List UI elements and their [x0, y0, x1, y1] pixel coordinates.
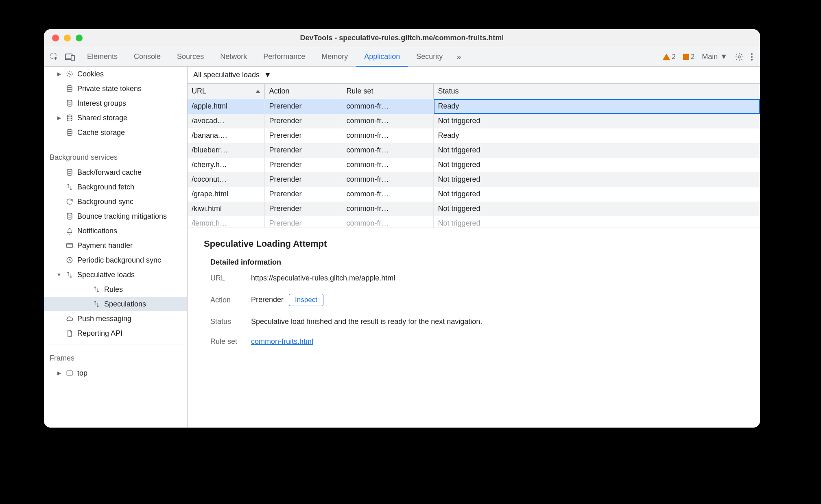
cell-url: /apple.html [188, 99, 265, 114]
sidebar-item-shared-storage[interactable]: ▶Shared storage [44, 111, 187, 125]
tab-security[interactable]: Security [408, 47, 451, 66]
cell-ruleset: common-fr… [342, 114, 434, 128]
device-toolbar-icon[interactable] [65, 52, 75, 62]
cell-action: Prerender [265, 216, 342, 228]
tab-network[interactable]: Network [212, 47, 255, 66]
table-row[interactable]: /blueberr…Prerendercommon-fr…Not trigger… [188, 143, 760, 158]
column-header-status[interactable]: Status [434, 84, 760, 99]
tab-console[interactable]: Console [126, 47, 169, 66]
sidebar-item-background-sync[interactable]: Background sync [44, 194, 187, 209]
table-row[interactable]: /avocad…Prerendercommon-fr…Not triggered [188, 114, 760, 128]
column-header-url[interactable]: URL [188, 84, 265, 99]
table-row[interactable]: /apple.htmlPrerendercommon-fr…Ready [188, 99, 760, 114]
cell-status: Not triggered [434, 158, 760, 172]
chevron-right-icon: ▶ [56, 115, 62, 121]
speculations-table: URLActionRule setStatus /apple.htmlPrere… [188, 84, 760, 228]
tab-memory[interactable]: Memory [313, 47, 356, 66]
sidebar-item-speculative-loads[interactable]: ▼Speculative loads [44, 267, 187, 282]
devtools-window: DevTools - speculative-rules.glitch.me/c… [44, 29, 760, 428]
tab-performance[interactable]: Performance [255, 47, 313, 66]
close-window-button[interactable] [52, 35, 59, 41]
cell-ruleset: common-fr… [342, 99, 434, 114]
sidebar-item-private-state-tokens[interactable]: Private state tokens [44, 81, 187, 96]
svg-rect-13 [67, 243, 73, 248]
cell-action: Prerender [265, 114, 342, 128]
sidebar-item-push-messaging[interactable]: Push messaging [44, 311, 187, 326]
sidebar-item-label: Cookies [77, 70, 104, 78]
warnings-badge[interactable]: 2 [663, 53, 675, 61]
table-row[interactable]: /kiwi.htmlPrerendercommon-fr…Not trigger… [188, 202, 760, 216]
cell-ruleset: common-fr… [342, 128, 434, 143]
sidebar-item-background-fetch[interactable]: Background fetch [44, 180, 187, 194]
sidebar-item-interest-groups[interactable]: Interest groups [44, 96, 187, 111]
sidebar-item-label: Speculative loads [77, 271, 135, 279]
cell-action: Prerender [265, 202, 342, 216]
tab-elements[interactable]: Elements [79, 47, 126, 66]
sidebar-item-top[interactable]: ▶top [44, 366, 187, 380]
cell-ruleset: common-fr… [342, 143, 434, 158]
db-icon [65, 113, 74, 122]
cell-url: /coconut… [188, 172, 265, 187]
sidebar-item-bounce-tracking-mitigations[interactable]: Bounce tracking mitigations [44, 209, 187, 224]
svg-point-10 [67, 130, 72, 132]
sync-icon [65, 197, 74, 206]
table-row[interactable]: /coconut…Prerendercommon-fr…Not triggere… [188, 172, 760, 187]
minimize-window-button[interactable] [64, 35, 71, 41]
cell-action: Prerender [265, 158, 342, 172]
more-options-button[interactable] [751, 53, 753, 61]
clock-icon [65, 256, 74, 265]
sidebar-heading-frames: Frames [44, 349, 187, 366]
cell-ruleset: common-fr… [342, 216, 434, 228]
detail-url-value: https://speculative-rules.glitch.me/appl… [251, 274, 395, 282]
cell-status: Not triggered [434, 187, 760, 202]
cell-status: Not triggered [434, 202, 760, 216]
detail-panel: Speculative Loading Attempt Detailed inf… [188, 228, 760, 428]
sidebar-item-notifications[interactable]: Notifications [44, 224, 187, 238]
sidebar-item-reporting-api[interactable]: Reporting API [44, 326, 187, 341]
settings-button[interactable] [735, 52, 744, 61]
target-selector[interactable]: Main ▼ [702, 52, 727, 61]
cell-ruleset: common-fr… [342, 172, 434, 187]
detail-action-label: Action [210, 296, 243, 304]
cell-status: Not triggered [434, 143, 760, 158]
inspect-button[interactable]: Inspect [289, 294, 323, 306]
table-row[interactable]: /grape.htmlPrerendercommon-fr…Not trigge… [188, 187, 760, 202]
sidebar-item-label: Shared storage [77, 114, 127, 122]
sidebar-item-cache-storage[interactable]: Cache storage [44, 125, 187, 140]
tab-sources[interactable]: Sources [169, 47, 212, 66]
inspect-element-icon[interactable] [50, 52, 59, 62]
sidebar-item-periodic-background-sync[interactable]: Periodic background sync [44, 253, 187, 267]
filter-dropdown[interactable]: All speculative loads ▼ [193, 71, 271, 79]
sidebar-item-label: Background fetch [77, 183, 134, 191]
table-row[interactable]: /banana.…Prerendercommon-fr…Ready [188, 128, 760, 143]
sidebar-item-back-forward-cache[interactable]: Back/forward cache [44, 165, 187, 180]
zoom-window-button[interactable] [76, 35, 83, 41]
sidebar-item-label: Background sync [77, 198, 133, 206]
issues-icon [683, 54, 689, 60]
sidebar-item-cookies[interactable]: ▶Cookies [44, 67, 187, 81]
overflow-tabs-button[interactable]: » [451, 52, 461, 61]
detail-ruleset-link[interactable]: common-fruits.html [251, 337, 313, 345]
tab-application[interactable]: Application [356, 47, 408, 67]
cell-url: /blueberr… [188, 143, 265, 158]
sidebar-item-speculations[interactable]: Speculations [44, 297, 187, 311]
table-row[interactable]: /lemon.h…Prerendercommon-fr…Not triggere… [188, 216, 760, 228]
column-header-rule-set[interactable]: Rule set [342, 84, 434, 99]
sidebar-item-label: top [77, 369, 87, 378]
cell-status: Ready [434, 128, 760, 143]
detail-heading: Speculative Loading Attempt [204, 239, 744, 249]
issues-count: 2 [691, 53, 694, 61]
sidebar-item-label: Bounce tracking mitigations [77, 212, 167, 221]
issues-badge[interactable]: 2 [683, 53, 694, 61]
updown-icon [92, 285, 101, 294]
sidebar-item-label: Back/forward cache [77, 168, 142, 177]
sidebar-item-rules[interactable]: Rules [44, 282, 187, 297]
cell-action: Prerender [265, 187, 342, 202]
sidebar-item-label: Periodic background sync [77, 256, 161, 265]
table-row[interactable]: /cherry.h…Prerendercommon-fr…Not trigger… [188, 158, 760, 172]
cell-action: Prerender [265, 143, 342, 158]
updown-icon [65, 270, 74, 279]
column-header-action[interactable]: Action [265, 84, 342, 99]
sidebar-item-payment-handler[interactable]: Payment handler [44, 238, 187, 253]
warning-icon [663, 54, 670, 60]
